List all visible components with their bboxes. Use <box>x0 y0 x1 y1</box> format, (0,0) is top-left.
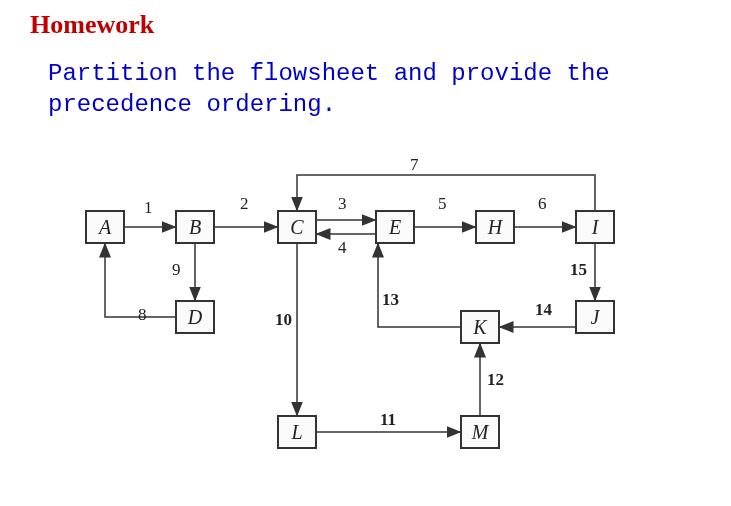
node-b: B <box>175 210 215 244</box>
edge-label-6: 6 <box>538 194 547 214</box>
edge-label-12: 12 <box>487 370 504 390</box>
edge-label-15: 15 <box>570 260 587 280</box>
flowsheet-diagram: A B C E H I D J K L M 1 2 3 4 5 6 7 8 9 … <box>40 150 720 480</box>
edge-label-2: 2 <box>240 194 249 214</box>
node-h: H <box>475 210 515 244</box>
edge-label-11: 11 <box>380 410 396 430</box>
edge-label-1: 1 <box>144 198 153 218</box>
page-title: Homework <box>30 10 711 40</box>
edge-label-14: 14 <box>535 300 552 320</box>
edge-label-4: 4 <box>338 238 347 258</box>
edge-label-13: 13 <box>382 290 399 310</box>
prompt-line-2: precedence ordering. <box>48 91 336 118</box>
edge-label-8: 8 <box>138 305 147 325</box>
node-e: E <box>375 210 415 244</box>
node-m: M <box>460 415 500 449</box>
node-c: C <box>277 210 317 244</box>
node-i: I <box>575 210 615 244</box>
edge-label-7: 7 <box>410 155 419 175</box>
node-d: D <box>175 300 215 334</box>
edge-label-3: 3 <box>338 194 347 214</box>
node-k: K <box>460 310 500 344</box>
edge-label-10: 10 <box>275 310 292 330</box>
prompt-text: Partition the flowsheet and provide the … <box>48 58 711 120</box>
edge-label-9: 9 <box>172 260 181 280</box>
node-a: A <box>85 210 125 244</box>
edge-label-5: 5 <box>438 194 447 214</box>
node-l: L <box>277 415 317 449</box>
node-j: J <box>575 300 615 334</box>
prompt-line-1: Partition the flowsheet and provide the <box>48 60 610 87</box>
